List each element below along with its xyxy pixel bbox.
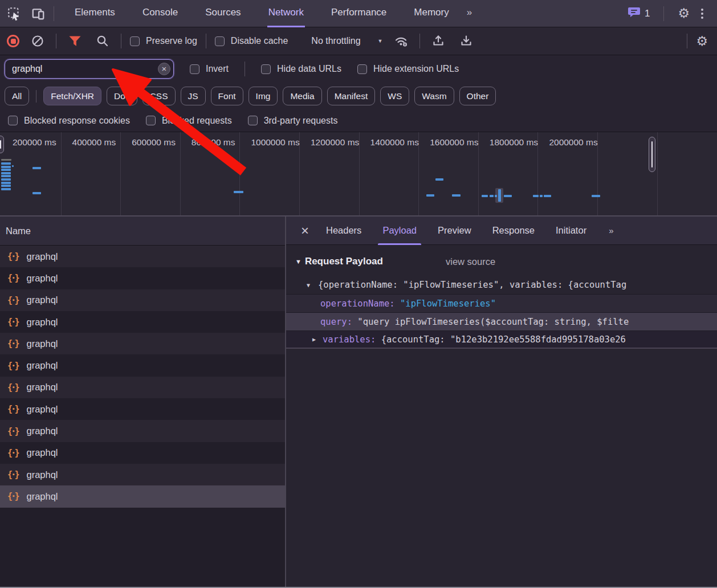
request-option-checkboxes: Blocked response cookiesBlocked requests… [0,109,717,132]
more-panels-chevron[interactable]: » [466,0,473,27]
timeline-request-bar [32,167,41,169]
network-conditions-icon[interactable] [392,31,411,51]
throttling-select[interactable]: No throttling ▼ [311,36,382,46]
settings-gear-icon[interactable]: ⚙ [678,7,690,20]
request-row[interactable]: {•}graphql [0,485,285,507]
request-row[interactable]: {•}graphql [0,420,285,442]
tab-sources[interactable]: Sources [204,0,242,27]
timeline-gridline [120,132,121,215]
timeline-tick-label: 1000000 ms [251,137,299,148]
details-tab-preview[interactable]: Preview [438,217,471,245]
chip-js[interactable]: JS [181,87,206,105]
filter-input[interactable] [5,64,173,74]
payload-content: ▼ Request Payload view source ▼ {operati… [286,245,717,588]
tab-performance[interactable]: Performance [330,0,388,27]
network-settings-gear-icon[interactable]: ⚙ [696,35,708,48]
name-column-header[interactable]: Name [0,217,285,246]
request-row[interactable]: {•}graphql [0,377,285,398]
request-payload-title: Request Payload [305,256,383,267]
request-row[interactable]: {•}graphql [0,442,285,464]
chip-img[interactable]: Img [248,87,278,105]
chip-media[interactable]: Media [283,87,321,105]
chip-font[interactable]: Font [211,87,243,105]
kebab-menu-icon[interactable] [698,9,707,19]
request-row[interactable]: {•}graphql [0,289,285,311]
tab-elements[interactable]: Elements [74,0,116,27]
timeline-gridline [180,132,181,215]
payload-variables-row[interactable]: ▶ variables: {accountTag: "b12e3b2192ee5… [286,330,717,349]
details-tab-response[interactable]: Response [492,217,535,245]
chip-other[interactable]: Other [459,87,496,105]
option-blocked-response-cookies: Blocked response cookies [8,116,130,126]
request-row[interactable]: {•}graphql [0,267,285,289]
divider [54,6,54,21]
details-tab-payload[interactable]: Payload [382,217,417,245]
request-row[interactable]: {•}graphql [0,355,285,377]
tab-memory[interactable]: Memory [413,0,450,27]
preserve-log-checkbox[interactable] [130,36,140,46]
hide-data-urls-checkbox[interactable] [261,64,271,74]
request-name: graphql [26,469,58,480]
request-row[interactable]: {•}graphql [0,246,285,267]
view-source-link[interactable]: view source [446,256,495,267]
record-network-log-button[interactable] [7,35,19,47]
import-har-icon[interactable] [429,31,448,51]
chip-fetch-xhr[interactable]: Fetch/XHR [43,87,101,105]
filter-input-wrap: × [5,59,174,79]
clear-network-log-icon[interactable] [28,31,47,51]
export-har-icon[interactable] [457,31,476,51]
timeline-scroll-handle[interactable] [649,137,655,172]
invert-option: Invert [190,64,229,74]
3rd-party-requests-checkbox[interactable] [248,116,258,125]
disable-cache-checkbox[interactable] [215,36,225,46]
invert-label: Invert [206,64,229,74]
payload-operation-name-row[interactable]: operationName: "ipFlowTimeseries" [286,294,717,312]
chip-ws[interactable]: WS [380,87,409,105]
timeline-tick-label: 200000 ms [13,137,56,148]
json-request-icon: {•} [7,469,19,480]
json-request-icon: {•} [7,317,19,327]
details-tab-headers[interactable]: Headers [326,217,361,245]
tab-network[interactable]: Network [267,0,305,27]
timeline-request-bar [533,195,539,197]
divider [36,90,36,103]
more-details-tabs-chevron[interactable]: » [609,226,612,235]
timeline-scroll-handle[interactable] [0,136,4,153]
request-row[interactable]: {•}graphql [0,311,285,333]
payload-preview-row[interactable]: ▼ {operationName: "ipFlowTimeseries", va… [286,276,717,294]
chip-doc[interactable]: Doc [107,87,137,105]
timeline-request-bar [1,162,11,165]
request-row[interactable]: {•}graphql [0,398,285,420]
request-name: graphql [26,382,58,393]
timeline-tick-label: 1600000 ms [430,137,478,148]
request-row[interactable]: {•}graphql [0,464,285,485]
chip-wasm[interactable]: Wasm [414,87,454,105]
payload-query-row-highlighted[interactable]: query: "query ipFlowTimeseries($accountT… [286,312,717,330]
request-name: graphql [26,295,58,305]
chip-manifest[interactable]: Manifest [327,87,376,105]
filter-funnel-icon[interactable] [65,31,84,51]
clear-filter-icon[interactable]: × [158,63,170,75]
invert-checkbox[interactable] [190,64,199,74]
device-toolbar-icon[interactable] [28,4,48,23]
inspect-element-icon[interactable] [5,4,24,23]
request-row[interactable]: {•}graphql [0,333,285,354]
devtools-top-bar: ElementsConsoleSourcesNetworkPerformance… [0,0,717,27]
hide-extension-urls-checkbox[interactable] [357,64,367,74]
request-payload-section[interactable]: ▼ Request Payload view source [286,252,717,271]
tab-console[interactable]: Console [141,0,179,27]
chip-css[interactable]: CSS [142,87,176,105]
search-icon[interactable] [93,31,112,51]
json-request-icon: {•} [7,426,19,436]
blocked-requests-checkbox[interactable] [146,116,156,125]
blocked-response-cookies-checkbox[interactable] [8,116,18,125]
divider [56,34,56,48]
network-overview-timeline[interactable]: 200000 ms400000 ms600000 ms800000 ms1000… [0,132,717,217]
json-request-icon: {•} [7,491,19,501]
timeline-request-bar [592,195,600,197]
close-details-icon[interactable]: × [296,217,313,245]
throttling-value: No throttling [311,36,360,46]
chip-all[interactable]: All [5,87,29,105]
details-tab-initiator[interactable]: Initiator [556,217,586,245]
issues-counter[interactable]: 1 [628,6,650,21]
